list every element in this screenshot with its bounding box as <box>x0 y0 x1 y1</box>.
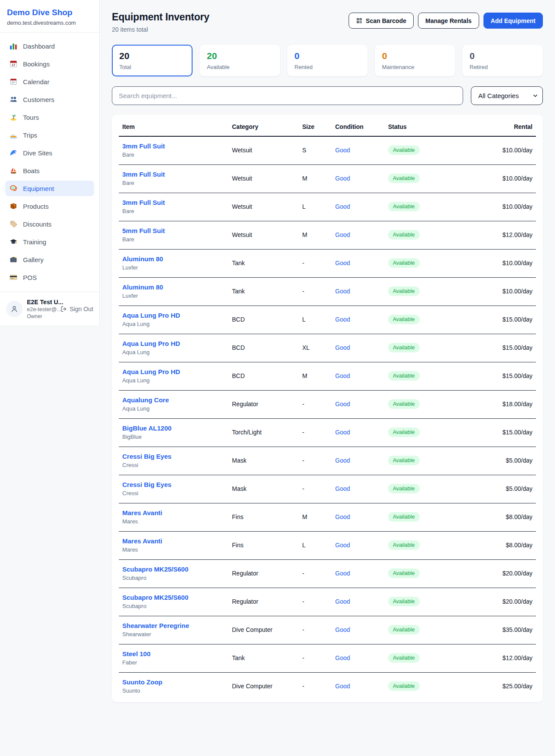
item-link[interactable]: 5mm Full Suit <box>122 227 225 234</box>
equipment-table: Item Category Size Condition Status Rent… <box>119 115 536 700</box>
sign-out-button[interactable]: Sign Out <box>60 306 93 312</box>
condition-link[interactable]: Good <box>335 401 350 408</box>
brand-title[interactable]: Demo Dive Shop <box>7 8 92 17</box>
condition-link[interactable]: Good <box>335 231 350 238</box>
stat-card-rented[interactable]: 0Rented <box>287 45 368 76</box>
stat-label: Retired <box>470 64 535 70</box>
sidebar-item-discounts[interactable]: Discounts <box>5 216 94 232</box>
sidebar-item-dashboard[interactable]: Dashboard <box>5 38 94 54</box>
table-row: Shearwater PeregrineShearwaterDive Compu… <box>119 616 536 644</box>
item-link[interactable]: Scubapro MK25/S600 <box>122 565 225 573</box>
condition-link[interactable]: Good <box>335 429 350 436</box>
rental-price: $8.00/day <box>458 503 536 532</box>
condition-link[interactable]: Good <box>335 203 350 210</box>
item-link[interactable]: Aluminum 80 <box>122 283 225 291</box>
item-link[interactable]: Aqualung Core <box>122 396 225 404</box>
condition-link[interactable]: Good <box>335 513 350 520</box>
column-header-size: Size <box>299 115 332 136</box>
speedboat-icon <box>10 131 17 139</box>
condition-link[interactable]: Good <box>335 683 350 690</box>
item-link[interactable]: 3mm Full Suit <box>122 199 225 206</box>
item-size: - <box>299 391 332 419</box>
item-link[interactable]: Scubapro MK25/S600 <box>122 594 225 601</box>
rental-price: $10.00/day <box>458 136 536 165</box>
condition-link[interactable]: Good <box>335 542 350 549</box>
sidebar-item-label: Dive Sites <box>23 149 52 157</box>
sidebar-item-tours[interactable]: Tours <box>5 109 94 125</box>
condition-link[interactable]: Good <box>335 485 350 492</box>
credit-card-icon <box>10 273 17 281</box>
search-input[interactable] <box>112 86 463 105</box>
table-row: Aluminum 80LuxferTank-GoodAvailable$10.0… <box>119 278 536 306</box>
item-link[interactable]: Aqua Lung Pro HD <box>122 340 225 347</box>
condition-link[interactable]: Good <box>335 147 350 154</box>
item-link[interactable]: Mares Avanti <box>122 537 225 545</box>
item-size: - <box>299 250 332 278</box>
item-size: - <box>299 447 332 475</box>
add-equipment-button[interactable]: Add Equipment <box>483 13 543 29</box>
sidebar-item-label: Bookings <box>23 60 50 68</box>
user-email: e2e-tester@... <box>27 306 56 312</box>
item-link[interactable]: Cressi Big Eyes <box>122 453 225 460</box>
item-link[interactable]: Steel 100 <box>122 650 225 657</box>
sidebar-item-gallery[interactable]: Gallery <box>5 252 94 267</box>
sidebar-item-calendar[interactable]: Calendar <box>5 74 94 89</box>
rental-price: $8.00/day <box>458 532 536 560</box>
item-link[interactable]: Mares Avanti <box>122 509 225 516</box>
item-link[interactable]: Cressi Big Eyes <box>122 481 225 488</box>
page-title: Equipment Inventory <box>112 11 209 23</box>
table-row: 3mm Full SuitBareWetsuitSGoodAvailable$1… <box>119 136 536 165</box>
condition-link[interactable]: Good <box>335 570 350 577</box>
item-category: Tank <box>229 644 299 673</box>
condition-link[interactable]: Good <box>335 316 350 323</box>
sidebar-item-trips[interactable]: Trips <box>5 127 94 143</box>
item-brand: Aqua Lung <box>122 377 225 384</box>
condition-link[interactable]: Good <box>335 626 350 633</box>
stat-card-available[interactable]: 20Available <box>199 45 280 76</box>
condition-link[interactable]: Good <box>335 598 350 605</box>
item-link[interactable]: Aluminum 80 <box>122 255 225 263</box>
filters-row: All Categories <box>112 86 543 105</box>
item-size: - <box>299 644 332 673</box>
scan-barcode-button[interactable]: Scan Barcode <box>349 13 414 29</box>
item-size: M <box>299 221 332 250</box>
table-row: Aqua Lung Pro HDAqua LungBCDMGoodAvailab… <box>119 362 536 391</box>
category-select[interactable]: All Categories <box>471 86 543 105</box>
stat-card-retired[interactable]: 0Retired <box>462 45 543 76</box>
manage-rentals-button[interactable]: Manage Rentals <box>418 13 479 29</box>
condition-link[interactable]: Good <box>335 344 350 351</box>
item-link[interactable]: Aqua Lung Pro HD <box>122 312 225 319</box>
item-category: Fins <box>229 503 299 532</box>
condition-link[interactable]: Good <box>335 260 350 266</box>
condition-link[interactable]: Good <box>335 175 350 182</box>
item-link[interactable]: Suunto Zoop <box>122 678 225 686</box>
item-link[interactable]: BigBlue AL1200 <box>122 424 225 432</box>
item-size: M <box>299 362 332 391</box>
sidebar-item-dive-sites[interactable]: Dive Sites <box>5 145 94 161</box>
app-window: Demo Dive Shop demo.test.divestreams.com… <box>0 0 555 715</box>
sidebar-item-training[interactable]: Training <box>5 234 94 250</box>
sidebar-item-customers[interactable]: Customers <box>5 92 94 107</box>
condition-link[interactable]: Good <box>335 288 350 295</box>
stat-label: Rented <box>294 64 360 70</box>
item-category: Wetsuit <box>229 193 299 221</box>
item-link[interactable]: Aqua Lung Pro HD <box>122 368 225 375</box>
item-link[interactable]: 3mm Full Suit <box>122 142 225 150</box>
sidebar-item-bookings[interactable]: 17Bookings <box>5 56 94 72</box>
condition-link[interactable]: Good <box>335 457 350 464</box>
condition-link[interactable]: Good <box>335 372 350 379</box>
sidebar-item-pos[interactable]: POS <box>5 270 94 285</box>
sign-out-label: Sign Out <box>70 306 93 312</box>
rental-price: $20.00/day <box>458 560 536 588</box>
stat-card-total[interactable]: 20Total <box>112 45 193 76</box>
condition-link[interactable]: Good <box>335 654 350 661</box>
item-link[interactable]: 3mm Full Suit <box>122 171 225 178</box>
sidebar-item-equipment[interactable]: Equipment <box>5 181 94 196</box>
stat-card-maintenance[interactable]: 0Maintenance <box>375 45 455 76</box>
sidebar-item-label: Trips <box>23 131 37 139</box>
sidebar-item-label: Tours <box>23 114 39 121</box>
stats-row: 20Total20Available0Rented0Maintenance0Re… <box>112 45 543 76</box>
sidebar-item-products[interactable]: Products <box>5 198 94 214</box>
sidebar-item-boats[interactable]: Boats <box>5 163 94 178</box>
item-link[interactable]: Shearwater Peregrine <box>122 622 225 629</box>
